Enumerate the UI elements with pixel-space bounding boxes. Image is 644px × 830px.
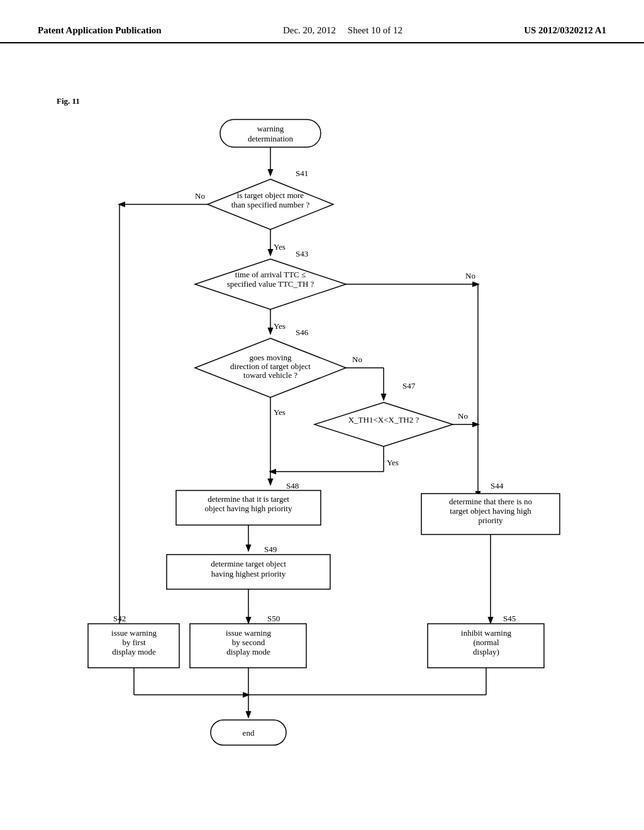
s49-label: S49 <box>264 545 277 554</box>
s41-text1: is target object more <box>237 191 304 200</box>
s43-text2: specified value TTC_TH ? <box>227 279 314 289</box>
s46-text2: direction of target object <box>230 362 311 371</box>
page-header: Patent Application Publication Dec. 20, … <box>0 0 644 43</box>
s41-yes-label: Yes <box>274 242 286 252</box>
s42-text3: display mode <box>112 647 156 656</box>
s44-text2: target object having high <box>450 506 531 516</box>
s48-label: S48 <box>286 481 299 490</box>
s43-label: S43 <box>296 249 308 258</box>
s47-label: S47 <box>402 381 416 390</box>
s42-text2: by first <box>122 638 146 647</box>
s45-text3: display) <box>473 647 499 656</box>
s45-text1: inhibit warning <box>461 628 511 638</box>
s43-text1: time of arrival TTC ≤ <box>235 270 306 279</box>
s41-label: S41 <box>296 169 308 178</box>
s48-text1: determine that it is target <box>208 494 289 504</box>
s46-text1: goes moving <box>250 353 292 362</box>
end-label: end <box>243 728 255 738</box>
s50-label: S50 <box>267 614 280 623</box>
flowchart-svg: Fig. 11 warning determination S41 is tar… <box>50 82 591 773</box>
start-label-line2: determination <box>248 134 294 143</box>
s44-label: S44 <box>491 481 504 490</box>
s41-no-label: No <box>195 191 205 201</box>
patent-number: US 2012/0320212 A1 <box>524 25 606 36</box>
s46-label: S46 <box>296 328 309 337</box>
fig-label: Fig. 11 <box>57 96 80 106</box>
s50-text3: display mode <box>226 647 270 656</box>
s47-text: X_TH1<X<X_TH2 ? <box>348 415 419 424</box>
s42-label: S42 <box>113 614 126 623</box>
flowchart-container: Fig. 11 warning determination S41 is tar… <box>50 82 591 773</box>
date-sheet: Dec. 20, 2012 Sheet 10 of 12 <box>283 25 402 36</box>
svg-marker-13 <box>314 402 453 446</box>
s43-yes-label: Yes <box>274 321 286 331</box>
s46-yes-label: Yes <box>274 407 286 417</box>
s49-text1: determine target object <box>211 559 286 568</box>
s47-no-label: No <box>458 411 468 421</box>
s45-text2: (normal <box>473 638 499 647</box>
s48-text2: object having high priority <box>204 504 292 513</box>
page: Patent Application Publication Dec. 20, … <box>0 0 644 830</box>
s50-text1: issue warning <box>226 628 271 638</box>
s46-text3: toward vehicle ? <box>243 370 297 380</box>
sheet-info: Sheet 10 of 12 <box>348 25 402 35</box>
s43-no-label: No <box>465 271 475 280</box>
s50-text2: by second <box>232 638 265 647</box>
s49-text2: having highest priority <box>211 569 286 578</box>
start-label-line1: warning <box>257 124 284 133</box>
s44-text1: determine that there is no <box>449 497 532 506</box>
publication-label: Patent Application Publication <box>38 25 162 36</box>
s44-text3: priority <box>479 516 503 525</box>
publication-date: Dec. 20, 2012 <box>283 25 336 35</box>
s46-no-label: No <box>352 355 362 364</box>
s47-yes-label: Yes <box>387 458 399 467</box>
s42-text1: issue warning <box>111 628 157 638</box>
s41-text2: than specified number ? <box>231 200 310 209</box>
s45-label: S45 <box>503 614 516 623</box>
